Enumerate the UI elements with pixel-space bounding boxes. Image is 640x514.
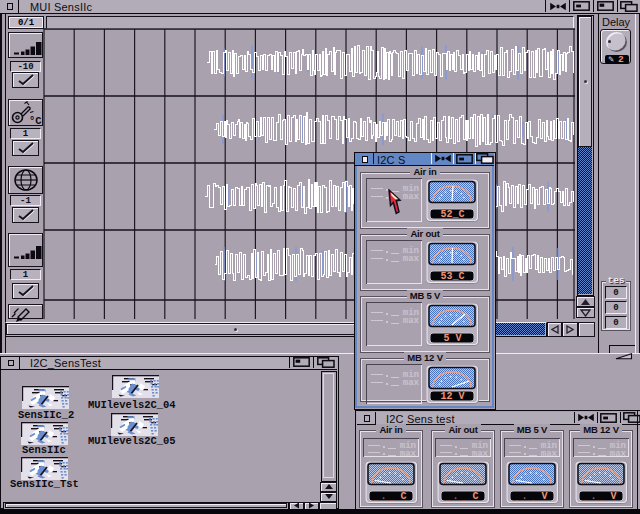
svg-text:ˍ . ˍ V: ˍ . ˍ V <box>513 491 551 502</box>
svg-text:52_C: 52_C <box>440 209 464 220</box>
svg-text:ˍ . ˍ V: ˍ . ˍ V <box>582 491 620 502</box>
svg-text:ˍ . ˍ C: ˍ . ˍ C <box>444 491 482 502</box>
svg-text:5 V: 5 V <box>443 333 461 344</box>
svg-text:53_C: 53_C <box>440 271 464 282</box>
svg-text:ˍ . ˍ C: ˍ . ˍ C <box>372 491 410 502</box>
svg-text:12 V: 12 V <box>440 391 464 402</box>
